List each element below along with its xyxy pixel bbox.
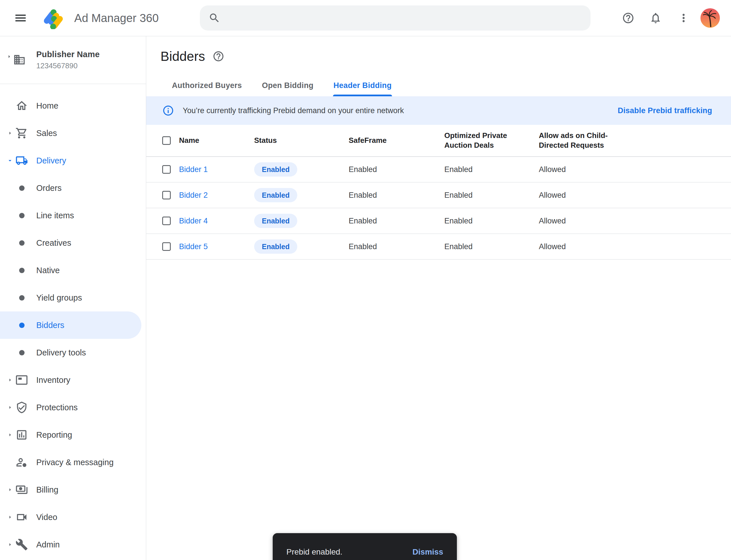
column-header-safeframe: SafeFrame [349, 136, 444, 145]
expand-right-icon [6, 404, 14, 411]
table-row: Bidder 2 Enabled Enabled Enabled Allowed [146, 183, 731, 208]
page-help-icon[interactable] [213, 50, 225, 62]
expand-right-icon [6, 376, 14, 384]
main-content: Bidders Authorized Buyers Open Bidding H… [146, 36, 731, 560]
banner-message: You’re currently trafficking Prebid dema… [183, 106, 404, 115]
child-directed-value: Allowed [539, 165, 731, 174]
safeframe-value: Enabled [349, 242, 444, 251]
person-shield-icon [15, 456, 28, 469]
cart-icon [15, 127, 28, 139]
column-header-opad: Optimized Private Auction Deals [444, 131, 513, 150]
videocam-icon [15, 511, 28, 523]
ad-manager-logo-icon [42, 6, 65, 29]
bidder-link[interactable]: Bidder 1 [179, 165, 254, 174]
sidebar-item-yield-groups[interactable]: Yield groups [0, 284, 146, 311]
more-options-icon[interactable] [677, 12, 690, 24]
sidebar-item-native[interactable]: Native [0, 257, 146, 284]
sidebar-item-video[interactable]: Video [0, 503, 146, 531]
bullet-icon [15, 237, 28, 249]
bullet-icon [15, 182, 28, 194]
search-input[interactable] [227, 9, 582, 27]
safeframe-value: Enabled [349, 191, 444, 200]
expand-right-icon [6, 53, 13, 60]
wrench-icon [15, 538, 28, 551]
status-badge: Enabled [254, 214, 349, 228]
publisher-building-icon [13, 53, 26, 66]
search-icon [209, 12, 221, 24]
sidebar-item-admin[interactable]: Admin [0, 531, 146, 558]
publisher-name: Publisher Name [36, 50, 146, 59]
child-directed-value: Allowed [539, 242, 731, 251]
sidebar: Publisher Name 1234567890 Home Sales [0, 36, 146, 560]
opad-value: Enabled [444, 242, 539, 251]
help-icon[interactable] [622, 12, 634, 24]
ad-unit-icon [15, 374, 28, 386]
safeframe-value: Enabled [349, 217, 444, 225]
tab-bar: Authorized Buyers Open Bidding Header Bi… [146, 74, 731, 96]
sidebar-item-protections[interactable]: Protections [0, 394, 146, 421]
status-badge: Enabled [254, 239, 349, 254]
sidebar-item-home[interactable]: Home [0, 92, 146, 119]
sidebar-item-orders[interactable]: Orders [0, 174, 146, 202]
publisher-selector[interactable]: Publisher Name 1234567890 [0, 36, 146, 84]
sidebar-item-delivery[interactable]: Delivery [0, 147, 146, 174]
publisher-id: 1234567890 [36, 61, 146, 70]
sidebar-item-line-items[interactable]: Line items [0, 202, 146, 229]
bar-chart-icon [15, 429, 28, 441]
column-header-status: Status [254, 136, 349, 145]
palm-tree-image [700, 8, 720, 28]
sidebar-item-bidders[interactable]: Bidders [0, 311, 141, 339]
sidebar-item-creatives[interactable]: Creatives [0, 229, 146, 257]
table-header: Name Status SafeFrame Optimized Private … [146, 125, 731, 157]
row-checkbox[interactable] [162, 242, 171, 251]
table-row: Bidder 1 Enabled Enabled Enabled Allowed [146, 157, 731, 183]
tab-header-bidding[interactable]: Header Bidding [333, 74, 392, 96]
status-badge: Enabled [254, 188, 349, 202]
tab-open-bidding[interactable]: Open Bidding [261, 74, 314, 96]
notifications-bell-icon[interactable] [649, 12, 662, 24]
app-title: Ad Manager 360 [74, 0, 159, 36]
status-badge: Enabled [254, 162, 349, 177]
sidebar-item-privacy-messaging[interactable]: Privacy & messaging [0, 449, 146, 476]
table-row: Bidder 4 Enabled Enabled Enabled Allowed [146, 208, 731, 234]
menu-icon[interactable] [13, 11, 28, 25]
sidebar-item-reporting[interactable]: Reporting [0, 421, 146, 449]
bullet-icon [15, 319, 28, 331]
expand-down-icon [6, 157, 14, 164]
select-all-checkbox[interactable] [162, 136, 171, 145]
expand-right-icon [6, 513, 14, 521]
shield-check-icon [15, 401, 28, 414]
ad-manager-page: Ad Manager 360 [0, 0, 731, 560]
expand-right-icon [6, 129, 14, 137]
prebid-info-banner: You’re currently trafficking Prebid dema… [146, 96, 731, 125]
sidebar-nav: Home Sales Delivery [0, 84, 146, 558]
bullet-icon [15, 209, 28, 222]
bidder-link[interactable]: Bidder 2 [179, 191, 254, 200]
info-icon [162, 105, 174, 117]
truck-icon [15, 154, 28, 167]
bidder-link[interactable]: Bidder 4 [179, 217, 254, 225]
bidder-link[interactable]: Bidder 5 [179, 242, 254, 251]
sidebar-item-billing[interactable]: Billing [0, 476, 146, 503]
page-title: Bidders [161, 49, 205, 64]
column-header-child-directed: Allow ads on Child-Directed Requests [539, 131, 610, 150]
dismiss-button[interactable]: Dismiss [412, 547, 443, 557]
tab-authorized-buyers[interactable]: Authorized Buyers [171, 74, 243, 96]
sidebar-item-delivery-tools[interactable]: Delivery tools [0, 339, 146, 366]
opad-value: Enabled [444, 217, 539, 225]
sidebar-item-inventory[interactable]: Inventory [0, 366, 146, 394]
opad-value: Enabled [444, 191, 539, 200]
row-checkbox[interactable] [162, 191, 171, 199]
table-row: Bidder 5 Enabled Enabled Enabled Allowed [146, 234, 731, 260]
expand-right-icon [6, 431, 14, 439]
search-bar[interactable] [200, 5, 590, 31]
expand-right-icon [6, 486, 14, 493]
row-checkbox[interactable] [162, 165, 171, 174]
expand-right-icon [6, 541, 14, 548]
account-avatar[interactable] [700, 8, 720, 28]
disable-prebid-link[interactable]: Disable Prebid trafficking [618, 106, 712, 115]
toast-message: Prebid enabled. [287, 547, 343, 557]
row-checkbox[interactable] [162, 217, 171, 225]
child-directed-value: Allowed [539, 217, 731, 225]
sidebar-item-sales[interactable]: Sales [0, 119, 146, 147]
